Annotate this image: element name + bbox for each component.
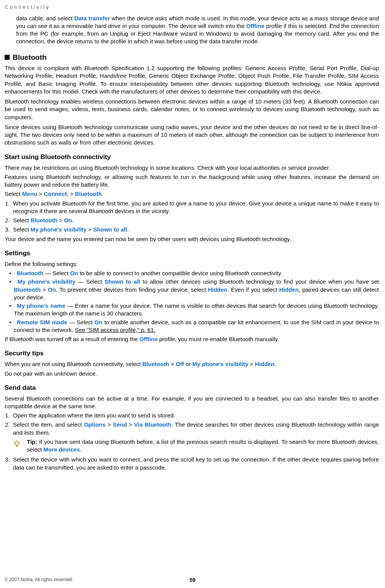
menu-item: Bluetooth	[75, 191, 102, 197]
separator: >	[87, 226, 93, 233]
start-select: Select Menu > Connect. > Bluetooth.	[5, 190, 379, 198]
link-data-transfer: Data transfer	[74, 15, 110, 21]
page-footer: © 2007 Nokia. All rights reserved. 59	[5, 577, 380, 583]
heading: Bluetooth	[13, 53, 47, 62]
separator: >	[248, 361, 255, 367]
start-steps: When you activate Bluetooth for the firs…	[12, 200, 379, 234]
menu-item: Shown to all	[93, 226, 127, 233]
tip-icon	[13, 439, 21, 449]
setting-phone-name: My phone's name — Enter a name for your …	[9, 302, 379, 318]
separator: >	[37, 191, 44, 197]
svg-line-3	[14, 441, 15, 442]
menu-item: My phone's visibility	[31, 226, 87, 233]
send-title: Send data	[5, 384, 379, 393]
setting-bluetooth: Bluetooth — Select On to be able to conn…	[9, 269, 379, 277]
menu-item: On	[64, 217, 72, 223]
label-offline: Offline	[140, 336, 158, 342]
value: Hidden	[255, 361, 275, 367]
separator: >	[68, 191, 75, 197]
value: Off	[176, 361, 184, 367]
page-header: Connectivity	[5, 4, 380, 11]
text: .	[275, 361, 276, 367]
text: .	[72, 217, 74, 223]
text: profile, you must re-enable Bluetooth ma…	[158, 336, 279, 342]
separator: >	[105, 421, 113, 428]
text: Select the item, and select	[13, 421, 84, 428]
step-1: When you activate Bluetooth for the firs…	[12, 200, 379, 215]
page-number: 59	[189, 577, 196, 584]
svg-rect-1	[16, 445, 18, 447]
value: Hidden	[208, 286, 227, 293]
menu-item: Bluetooth	[31, 217, 58, 223]
text: — Select	[43, 270, 70, 276]
bluetooth-p1: This device is compliant with Bluetooth …	[5, 64, 379, 95]
send-p1: Several Bluetooth connections can be act…	[5, 395, 379, 411]
value: Bluetooth	[14, 286, 41, 293]
text: Select	[5, 191, 22, 197]
copyright: © 2007 Nokia. All rights reserved.	[5, 577, 73, 582]
menu-item: My phone's visibility	[192, 361, 248, 367]
text: . To prevent other devices from finding …	[56, 286, 208, 293]
text: Select	[13, 226, 31, 233]
square-icon	[5, 55, 10, 60]
menu-item: More devices	[43, 446, 80, 453]
text: If Bluetooth was turned off as a result …	[5, 336, 140, 342]
settings-intro: Define the following settings:	[5, 260, 379, 268]
link-sim-profile[interactable]: See "SIM access profile," p. 61.	[75, 327, 155, 333]
settings-title: Settings	[5, 249, 379, 258]
setting-name: My phone's name	[17, 302, 65, 309]
svg-point-0	[15, 442, 19, 445]
tip-label: Tip:	[27, 439, 39, 445]
separator: >	[41, 286, 48, 293]
menu-item: Send	[113, 421, 127, 428]
text: — Enter a name for your device. The name…	[14, 302, 379, 317]
setting-name: Bluetooth	[16, 270, 43, 276]
separator: >	[58, 217, 64, 223]
send-step-2: Select the item, and select Options > Se…	[12, 421, 379, 453]
security-p1: When you are not using Bluetooth connect…	[5, 360, 379, 368]
bluetooth-p2: Bluetooth technology enables wireless co…	[5, 98, 379, 121]
intro-paragraph: data cable, and select Data transfer whe…	[16, 15, 379, 46]
menu-item: Menu	[22, 191, 37, 197]
start-title: Start using Bluetooth connectivity	[5, 153, 379, 162]
text: . Even if you select	[227, 286, 279, 293]
send-steps: Open the application where the item you …	[12, 412, 379, 471]
value: On	[70, 270, 78, 276]
send-step-3: Select the device with which you want to…	[12, 456, 379, 471]
setting-visibility: My phone's visibility — Select Shown to …	[9, 278, 379, 301]
start-p1: There may be restrictions on using Bluet…	[5, 164, 379, 172]
start-p2: Features using Bluetooth technology, or …	[5, 173, 379, 189]
menu-item: Via Bluetooth	[134, 421, 171, 428]
separator: >	[169, 361, 176, 367]
security-title: Security tips	[5, 349, 379, 358]
text: to allow other devices using Bluetooth t…	[140, 278, 379, 285]
value: Shown to all	[105, 278, 140, 285]
settings-list: Bluetooth — Select On to be able to conn…	[9, 269, 379, 334]
text: — Select	[67, 319, 94, 325]
text: or	[184, 361, 192, 367]
value: On	[94, 319, 102, 325]
text: data cable, and select	[16, 15, 74, 21]
separator: >	[127, 421, 134, 428]
start-after: Your device and the name you entered can…	[5, 235, 379, 243]
setting-remote-sim: Remote SIM mode — Select On to enable an…	[9, 319, 379, 334]
text: .	[80, 446, 81, 453]
svg-line-4	[19, 441, 20, 442]
value: On	[48, 286, 56, 293]
settings-after: If Bluetooth was turned off as a result …	[5, 335, 379, 343]
label-offline: Offline	[246, 23, 265, 29]
menu-item: Bluetooth	[142, 361, 169, 367]
bluetooth-p3: Since devices using Bluetooth technology…	[5, 123, 379, 147]
value: Hidden	[279, 286, 299, 293]
menu-item: Connect.	[44, 191, 68, 197]
section-bluetooth-title: Bluetooth	[5, 53, 379, 62]
setting-name: Remote SIM mode	[17, 319, 67, 325]
text: — Select	[75, 278, 104, 285]
tip-text: Tip: If you have sent data using Bluetoo…	[27, 438, 379, 454]
text: .	[102, 191, 103, 197]
text: When you are not using Bluetooth connect…	[5, 361, 142, 367]
menu-item: Options	[84, 421, 106, 428]
send-step-1: Open the application where the item you …	[12, 412, 379, 419]
text: Select	[13, 217, 31, 223]
text: to be able to connect to another compati…	[78, 270, 282, 276]
